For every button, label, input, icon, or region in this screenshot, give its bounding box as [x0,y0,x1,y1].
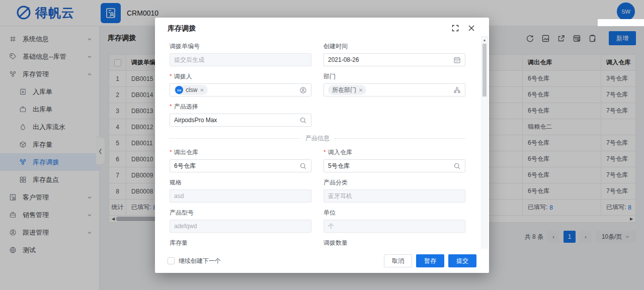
field-out-warehouse: 调出仓库 6号仓库 [170,149,311,172]
modal-scrollbar[interactable]: ▲ ▼ [481,36,488,262]
close-icon[interactable] [467,24,475,32]
app-root: 得帆云 CRM0010 SW 系统信息 基础信息--库管 库存管理 [0,0,644,290]
field-model: 产品型号 adefqwd [170,209,311,233]
search-icon[interactable] [299,117,307,124]
modal-scroll-thumb[interactable] [482,44,487,96]
field-category: 产品分类 蓝牙耳机 [324,179,465,203]
modal-form-scroll: 调拨单编号 提交后生成 创建时间 2021-08-26 调拨人 sw [170,38,465,249]
search-icon[interactable] [453,162,461,170]
field-unit: 单位 个 [324,209,465,233]
popover-fragment [598,19,644,26]
person-tag: sw clsw ✕ [174,85,208,95]
submit-button[interactable]: 提交 [448,254,476,267]
transfer-person-input[interactable]: sw clsw ✕ [170,83,311,96]
cancel-button[interactable]: 取消 [384,254,412,267]
section-divider: 产品信息 [170,134,465,143]
person-picker-icon[interactable] [299,86,307,94]
modal-footer: 继续创建下一个 取消 暂存 提交 [155,249,489,273]
save-draft-button[interactable]: 暂存 [416,254,444,267]
in-warehouse-input[interactable]: 5号仓库 [324,159,465,172]
search-icon[interactable] [299,162,307,170]
spec-input[interactable]: asd [170,189,311,203]
field-transfer-person: 调拨人 sw clsw ✕ [170,73,311,96]
stock-transfer-modal: 库存调拨 调拨单编号 提交后生成 创建时间 2021-08-26 调拨人 [155,18,489,273]
continue-create-checkbox[interactable] [168,257,175,264]
org-picker-icon[interactable] [453,86,461,94]
field-product-select: 产品选择 AirpodsPro Max [170,103,311,127]
continue-create-option[interactable]: 继续创建下一个 [168,257,221,265]
field-create-time: 创建时间 2021-08-26 [324,43,465,66]
field-order-no: 调拨单编号 提交后生成 [170,43,311,66]
person-tag-avatar: sw [175,86,183,94]
out-warehouse-input[interactable]: 6号仓库 [170,159,311,172]
department-tag: 所在部门 ✕ [328,85,366,95]
field-transfer-qty: 调拨数量 [324,239,465,249]
create-time-input[interactable]: 2021-08-26 [324,53,465,66]
product-select-input[interactable]: AirpodsPro Max [170,114,311,127]
modal-title: 库存调拨 [168,24,196,33]
remove-tag-icon[interactable]: ✕ [359,87,363,93]
calendar-icon[interactable] [453,56,461,64]
fullscreen-icon[interactable] [451,24,459,32]
category-input[interactable]: 蓝牙耳机 [324,189,465,203]
grid-spacer [324,103,465,133]
remove-tag-icon[interactable]: ✕ [200,87,204,93]
field-department: 部门 所在部门 ✕ [324,73,465,96]
unit-input[interactable]: 个 [324,220,465,233]
order-no-input[interactable]: 提交后生成 [170,53,311,66]
field-in-warehouse: 调入仓库 5号仓库 [324,149,465,172]
field-spec: 规格 asd [170,179,311,203]
department-input[interactable]: 所在部门 ✕ [324,83,465,96]
model-input[interactable]: adefqwd [170,220,311,233]
field-stock: 库存量 [170,239,311,249]
scroll-up-arrow[interactable]: ▲ [482,37,487,43]
